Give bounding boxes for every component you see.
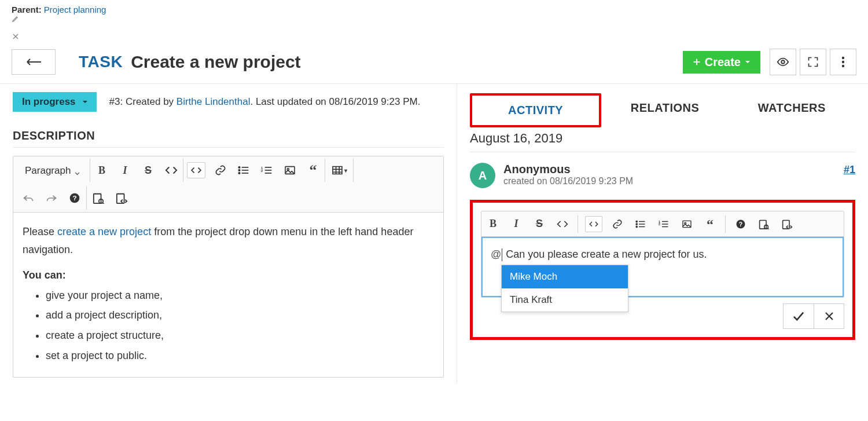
svg-point-6	[238, 173, 240, 174]
comment-editor: B I S	[481, 211, 844, 298]
bold-icon[interactable]: B	[485, 216, 501, 232]
svg-text:2: 2	[261, 169, 263, 173]
comment-toolbar: B I S	[481, 211, 844, 237]
svg-point-17	[636, 221, 637, 222]
table-icon[interactable]: ▾	[329, 162, 350, 178]
tab-relations[interactable]: RELATIONS	[601, 93, 728, 127]
undo-icon[interactable]	[20, 190, 36, 206]
svg-rect-16	[117, 194, 124, 203]
description-heading: DESCRIPTION	[13, 129, 444, 148]
svg-rect-28	[783, 220, 789, 229]
source-icon[interactable]	[113, 190, 130, 206]
status-dropdown[interactable]: In progress	[13, 92, 97, 112]
author-link[interactable]: Birthe Lindenthal	[176, 96, 251, 107]
pencil-icon[interactable]	[12, 14, 856, 23]
svg-point-5	[238, 170, 240, 171]
mention-trigger: @	[491, 248, 501, 260]
list-item: set a project to public.	[46, 347, 434, 365]
strike-icon[interactable]: S	[531, 216, 547, 232]
entry-subtitle: created on 08/16/2019 9:23 PM	[503, 176, 855, 186]
block-format-select[interactable]: Paragraph	[20, 162, 86, 180]
parent-row: Parent: Project planning	[0, 0, 868, 43]
tab-watchers[interactable]: WATCHERS	[729, 93, 855, 127]
svg-point-4	[238, 167, 240, 169]
cancel-button[interactable]	[814, 304, 844, 328]
entry-author: Anonymous	[503, 163, 571, 176]
help-icon[interactable]: ?	[67, 190, 83, 206]
description-toolbar: Paragraph B I S	[13, 156, 443, 213]
status-meta: #3: Created by Birthe Lindenthal. Last u…	[109, 96, 421, 108]
create-button[interactable]: Create	[683, 51, 760, 74]
status-row: In progress #3: Created by Birthe Linden…	[13, 92, 444, 112]
create-project-link[interactable]: create a new project	[57, 226, 151, 237]
header-row: TASK Create a new project Create	[0, 43, 868, 84]
comment-text: Can you please create a new project for …	[503, 248, 707, 260]
svg-text:2: 2	[659, 222, 660, 226]
link-icon[interactable]	[609, 216, 626, 232]
fullscreen-icon[interactable]	[800, 49, 826, 75]
more-menu-icon[interactable]	[830, 49, 856, 75]
redo-icon[interactable]	[43, 190, 60, 206]
description-list: give your project a name, add a project …	[23, 287, 434, 364]
svg-text:?: ?	[739, 220, 742, 227]
watch-icon[interactable]	[770, 49, 796, 75]
italic-icon[interactable]: I	[117, 162, 133, 178]
svg-rect-11	[333, 167, 342, 174]
svg-point-19	[636, 226, 637, 227]
quote-icon[interactable]: “	[702, 216, 718, 232]
quote-icon[interactable]: “	[305, 162, 321, 178]
list-item: add a project description,	[46, 306, 434, 324]
preview-icon[interactable]	[756, 216, 772, 232]
left-column: In progress #3: Created by Birthe Linden…	[0, 84, 457, 383]
mention-option[interactable]: Tina Kraft	[502, 288, 628, 312]
description-body[interactable]: Please create a new project from the pro…	[13, 213, 443, 377]
activity-date-header: August 16, 2019	[470, 127, 855, 152]
link-icon[interactable]	[212, 162, 229, 178]
confirm-button[interactable]	[784, 304, 814, 328]
strike-icon[interactable]: S	[140, 162, 156, 178]
numbered-list-icon[interactable]: 12	[259, 162, 275, 178]
avatar: A	[470, 163, 495, 188]
parent-link[interactable]: Project planning	[44, 5, 106, 14]
source-icon[interactable]	[779, 216, 795, 232]
description-editor: Paragraph B I S	[13, 156, 444, 378]
close-icon[interactable]	[12, 32, 856, 41]
svg-point-0	[781, 60, 785, 64]
list-item: give your project a name,	[46, 287, 434, 305]
image-icon[interactable]	[282, 162, 298, 178]
work-package-title[interactable]: Create a new project	[131, 52, 300, 72]
svg-rect-26	[760, 220, 766, 229]
code-block-icon[interactable]	[187, 162, 205, 178]
comment-body[interactable]: @ Can you please create a new project fo…	[481, 237, 844, 297]
activity-entry: A Anonymous #1 created on 08/16/2019 9:2…	[470, 163, 855, 188]
code-icon[interactable]	[554, 216, 571, 232]
content-area: In progress #3: Created by Birthe Linden…	[0, 84, 868, 383]
preview-icon[interactable]	[90, 190, 106, 206]
svg-point-18	[636, 223, 637, 224]
right-column: ACTIVITY RELATIONS WATCHERS August 16, 2…	[457, 84, 868, 383]
svg-point-3	[842, 65, 844, 67]
tab-activity[interactable]: ACTIVITY	[470, 93, 601, 127]
bold-icon[interactable]: B	[94, 162, 110, 178]
numbered-list-icon[interactable]: 12	[656, 216, 672, 232]
svg-point-1	[842, 57, 844, 59]
entry-number[interactable]: #1	[844, 164, 855, 176]
parent-label: Parent:	[12, 5, 42, 14]
code-block-icon[interactable]	[585, 216, 602, 232]
bullet-list-icon[interactable]	[632, 216, 649, 232]
list-item: create a project structure,	[46, 327, 434, 345]
italic-icon[interactable]: I	[508, 216, 524, 232]
tabs: ACTIVITY RELATIONS WATCHERS	[470, 93, 855, 127]
work-package-type: TASK	[79, 53, 123, 71]
back-button[interactable]	[12, 49, 56, 75]
code-icon[interactable]	[163, 162, 179, 178]
bullet-list-icon[interactable]	[236, 162, 252, 178]
mention-option[interactable]: Mike Moch	[502, 265, 628, 288]
mention-popup: Mike Moch Tina Kraft	[501, 265, 628, 312]
svg-point-2	[842, 61, 844, 63]
you-can-label: You can:	[23, 266, 434, 284]
help-icon[interactable]: ?	[733, 216, 749, 232]
image-icon[interactable]	[679, 216, 695, 232]
comment-area: B I S	[470, 200, 855, 340]
status-value: In progress	[22, 96, 76, 108]
